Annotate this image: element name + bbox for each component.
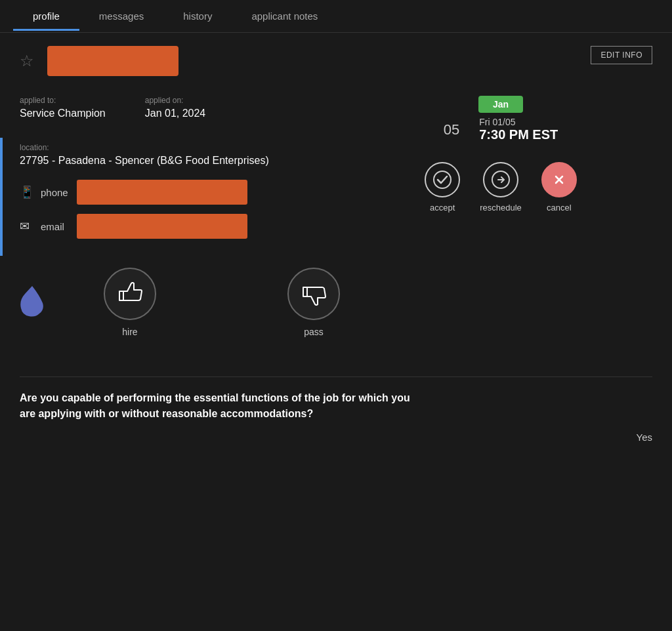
- pass-label: pass: [304, 327, 324, 337]
- pass-button[interactable]: pass: [287, 268, 340, 337]
- phone-label: phone: [41, 187, 70, 198]
- hire-button[interactable]: hire: [104, 268, 156, 337]
- applied-to-value: Service Champion: [20, 108, 106, 119]
- question-section: Are you capable of performing the essent…: [20, 377, 652, 443]
- reschedule-label: reschedule: [480, 203, 522, 213]
- tab-bar: profile messages history applicant notes: [0, 0, 672, 33]
- tab-history[interactable]: history: [163, 1, 232, 31]
- applied-on-value: Jan 01, 2024: [145, 108, 206, 119]
- location-value: 27795 - Pasadena - Spencer (B&G Food Ent…: [20, 155, 323, 167]
- lower-section: hire pass: [20, 268, 652, 337]
- date-time: 7:30 PM EST: [479, 127, 558, 142]
- edit-info-button[interactable]: EDIT INFO: [591, 46, 652, 64]
- date-weekday: Fri 01/05: [479, 117, 558, 127]
- applied-on-group: applied on: Jan 01, 2024: [145, 96, 206, 119]
- cancel-circle: [541, 162, 577, 197]
- phone-redacted: [77, 180, 247, 205]
- cancel-button[interactable]: cancel: [541, 162, 577, 213]
- applied-to-label: applied to:: [20, 96, 106, 105]
- location-group: location: 27795 - Pasadena - Spencer (B&…: [20, 143, 323, 167]
- name-redacted: [47, 46, 178, 76]
- water-drop-icon: [20, 285, 45, 317]
- svg-point-0: [434, 171, 451, 188]
- date-panel: Jan 05 Fri 01/05 7:30 PM EST: [444, 96, 558, 142]
- left-panel: applied to: Service Champion applied on:…: [20, 96, 336, 248]
- email-row: ✉ email: [20, 214, 323, 239]
- thumbs-down-icon: [298, 278, 329, 310]
- accept-label: accept: [430, 203, 455, 213]
- question-answer: Yes: [20, 432, 652, 443]
- reschedule-icon: [492, 171, 510, 189]
- reschedule-button[interactable]: reschedule: [480, 162, 522, 213]
- hire-label: hire: [122, 327, 137, 337]
- x-icon: [550, 171, 568, 189]
- month-badge: Jan: [478, 96, 523, 113]
- thumbs-up-icon: [114, 278, 146, 310]
- accept-button[interactable]: accept: [425, 162, 460, 213]
- phone-icon: 📱: [20, 185, 34, 199]
- day-number: 05: [444, 121, 459, 138]
- info-grid: applied to: Service Champion applied on:…: [20, 96, 652, 248]
- hire-circle: [104, 268, 156, 320]
- star-icon[interactable]: ☆: [20, 52, 34, 70]
- phone-row: 📱 phone: [20, 180, 323, 205]
- right-panel: Jan 05 Fri 01/05 7:30 PM EST: [336, 96, 652, 248]
- main-content: ☆ EDIT INFO applied to: Service Champion…: [0, 33, 672, 456]
- date-row: 05 Fri 01/05 7:30 PM EST: [444, 117, 558, 142]
- question-text: Are you capable of performing the essent…: [20, 390, 427, 422]
- applied-on-label: applied on:: [145, 96, 206, 105]
- email-redacted: [77, 214, 247, 239]
- email-label: email: [41, 221, 70, 232]
- date-info: Fri 01/05 7:30 PM EST: [479, 117, 558, 142]
- water-drop-area: [20, 285, 45, 320]
- pass-circle: [287, 268, 340, 320]
- check-icon: [433, 171, 452, 189]
- left-border-indicator: [0, 138, 3, 256]
- applied-to-group: applied to: Service Champion: [20, 96, 106, 119]
- tab-applicant-notes[interactable]: applicant notes: [232, 1, 337, 31]
- email-icon: ✉: [20, 219, 34, 234]
- applied-row: applied to: Service Champion applied on:…: [20, 96, 323, 132]
- action-buttons: accept reschedule: [425, 162, 577, 213]
- cancel-label: cancel: [547, 203, 572, 213]
- profile-header: ☆ EDIT INFO: [20, 46, 652, 76]
- tab-profile[interactable]: profile: [13, 1, 79, 31]
- reschedule-circle: [483, 162, 518, 197]
- accept-circle: [425, 162, 460, 197]
- location-label: location:: [20, 143, 323, 152]
- tab-messages[interactable]: messages: [79, 1, 163, 31]
